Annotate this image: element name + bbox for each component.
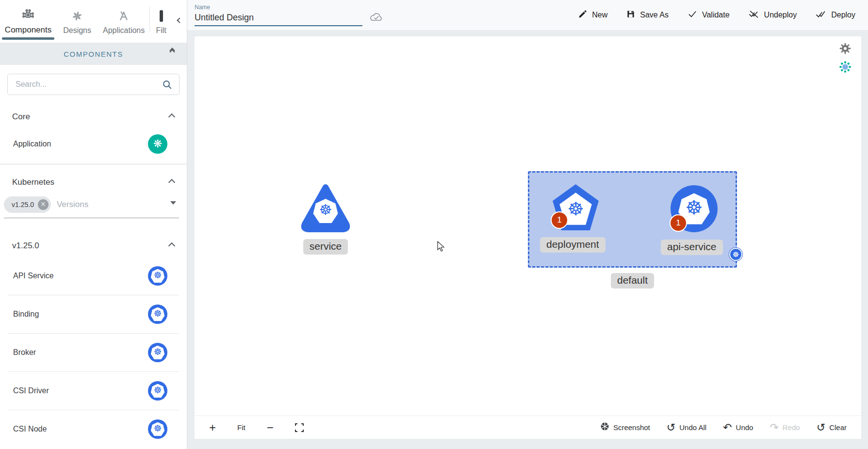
zoom-controls: + Fit − (209, 422, 304, 433)
remove-version-icon[interactable]: ✕ (38, 199, 49, 210)
section-version-title: v1.25.0 (12, 241, 39, 251)
section-kubernetes-header[interactable]: Kubernetes (0, 171, 187, 193)
search-input[interactable] (7, 74, 180, 95)
sidebar-item-application[interactable]: Application ❋ (0, 128, 187, 160)
mouse-cursor (436, 241, 446, 255)
version-chip-label: v1.25.0 (12, 201, 34, 208)
undeploy-button[interactable]: Undeploy (748, 9, 797, 21)
undo-all-button[interactable]: ↺ Undo All (667, 422, 706, 433)
kubernetes-icon: ☸ (148, 305, 167, 324)
dropdown-caret-icon[interactable] (170, 201, 176, 205)
new-button[interactable]: New (578, 9, 607, 21)
tab-applications-label: Applications (103, 26, 145, 35)
canvas-toolbar: + Fit − (195, 416, 861, 439)
section-core-header[interactable]: Core (0, 106, 187, 128)
deploy-icon (815, 9, 827, 21)
tabs-scroll-right-button[interactable] (172, 0, 187, 41)
node-label: service (303, 239, 348, 255)
zoom-out-button[interactable]: − (267, 422, 274, 433)
sidebar-item-api-service[interactable]: API Service ☸ (0, 257, 187, 295)
service-triangle-icon: ☸ (300, 183, 351, 233)
sidebar-item-csi-driver[interactable]: CSI Driver ☸ (0, 372, 187, 410)
group-kubernetes-handle-icon[interactable]: ☸ (729, 248, 742, 261)
design-name-field: Name (195, 4, 362, 26)
node-deployment[interactable]: ☸ 1 deployment (553, 184, 599, 230)
filters-icon (158, 9, 164, 23)
section-core-title: Core (12, 112, 30, 122)
fit-button[interactable]: Fit (237, 423, 246, 432)
version-chip: v1.25.0 ✕ (4, 196, 51, 213)
applications-icon (117, 9, 130, 23)
design-name-input[interactable] (195, 12, 362, 26)
main-area: Name New Save As (187, 0, 868, 449)
meshery-application-icon: ❋ (148, 134, 167, 154)
kubernetes-context-icon[interactable] (839, 61, 852, 75)
kubernetes-icon: ☸ (148, 266, 167, 286)
clear-icon: ↺ (817, 422, 825, 433)
fullscreen-button[interactable] (295, 423, 304, 432)
divider (0, 164, 187, 164)
versions-select[interactable]: v1.25.0 ✕ Versions (4, 194, 179, 218)
undo-icon: ↶ (723, 422, 732, 433)
tab-components[interactable]: Components (0, 0, 56, 41)
save-as-button[interactable]: Save As (626, 9, 669, 21)
cloud-saved-icon (369, 12, 384, 25)
tab-applications[interactable]: Applications (98, 0, 149, 41)
tab-designs-label: Designs (63, 26, 91, 35)
group-default-namespace[interactable]: ☸ 1 deployment ☸ 1 api-service ☸ (528, 171, 737, 268)
versions-placeholder: Versions (57, 200, 88, 209)
sidebar-item-binding[interactable]: Binding ☸ (0, 295, 187, 333)
screenshot-button[interactable]: Screenshot (600, 422, 650, 433)
component-sidebar: Components Designs (0, 0, 187, 449)
redo-button[interactable]: ↷ Redo (770, 422, 800, 433)
tab-components-label: Components (5, 25, 51, 35)
search-icon[interactable] (162, 79, 173, 92)
collapse-panel-button[interactable] (170, 48, 174, 54)
sidebar-tabs: Components Designs (0, 0, 187, 41)
node-service[interactable]: ☸ service (300, 183, 351, 255)
item-label: Application (13, 140, 51, 148)
section-version-header[interactable]: v1.25.0 (0, 235, 187, 257)
tab-filters[interactable]: Filt (150, 0, 172, 41)
panel-title: COMPONENTS (64, 50, 123, 58)
status-badge: 1 (670, 214, 687, 232)
component-list: API Service ☸ Binding ☸ Broker ☸ CSI Dri… (0, 257, 187, 448)
chevron-up-icon (168, 179, 175, 186)
design-toolbar: Name New Save As (187, 0, 868, 30)
history-controls: Screenshot ↺ Undo All ↶ Undo ↷ Redo (600, 422, 847, 433)
deploy-button[interactable]: Deploy (815, 9, 855, 21)
save-icon (626, 9, 636, 21)
sidebar-item-csi-node[interactable]: CSI Node ☸ (0, 410, 187, 448)
kubernetes-icon: ☸ (148, 381, 167, 401)
shutter-icon (600, 422, 609, 433)
tab-filters-label: Filt (156, 26, 166, 35)
tab-designs[interactable]: Designs (56, 0, 98, 41)
sidebar-item-broker[interactable]: Broker ☸ (0, 334, 187, 371)
node-label: api-service (661, 240, 723, 255)
section-kubernetes-title: Kubernetes (12, 177, 54, 187)
redo-icon: ↷ (770, 422, 778, 433)
status-badge: 1 (551, 211, 568, 229)
zoom-in-button[interactable]: + (209, 422, 216, 433)
node-api-service[interactable]: ☸ 1 api-service (671, 185, 718, 232)
kubernetes-icon: ☸ (148, 343, 167, 362)
clear-button[interactable]: ↺ Clear (817, 422, 847, 433)
group-label: default (611, 273, 654, 289)
undo-button[interactable]: ↶ Undo (723, 422, 753, 433)
pencil-icon (578, 9, 588, 21)
chevron-up-icon (168, 242, 175, 249)
node-label: deployment (540, 237, 606, 253)
components-panel-header: COMPONENTS (0, 43, 187, 65)
chevron-up-icon (168, 113, 175, 120)
kubernetes-icon: ☸ (148, 419, 167, 439)
check-icon (687, 9, 698, 21)
canvas-settings-gear-icon[interactable] (839, 42, 852, 57)
name-field-label: Name (195, 4, 362, 11)
action-buttons: New Save As Validate Un (578, 9, 855, 21)
search-box (7, 74, 180, 95)
components-icon (21, 8, 35, 22)
validate-button[interactable]: Validate (687, 9, 730, 21)
design-canvas[interactable]: ☸ service ☸ 1 deployment ☸ 1 (195, 36, 861, 439)
undeploy-icon (748, 9, 760, 21)
undo-all-icon: ↺ (667, 422, 675, 433)
